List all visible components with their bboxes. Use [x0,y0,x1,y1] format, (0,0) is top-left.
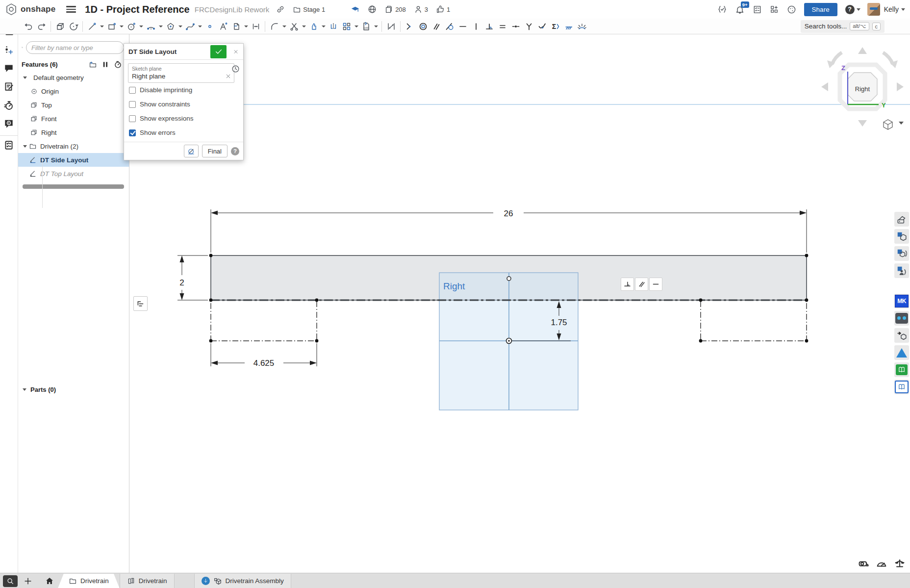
tree-item-drivetrain-folder[interactable]: Drivetrain (2) [18,139,129,153]
tree-horizontal-scrollbar[interactable] [23,184,124,189]
tool-fillet-icon[interactable] [268,20,281,33]
constraint-equal-icon[interactable] [496,20,509,33]
filter-input[interactable] [26,41,124,54]
robot-library-icon[interactable] [894,311,909,326]
tasks-button[interactable] [753,5,762,14]
constraint-curvature-icon[interactable] [575,20,588,33]
tool-linear-pattern-icon[interactable] [340,20,353,33]
tool-arc-icon[interactable] [144,20,157,33]
constraint-horizontal-icon[interactable] [456,20,469,33]
caret-down-icon[interactable] [22,388,27,391]
tool-polygon-icon[interactable] [164,20,177,33]
tool-offset-icon[interactable] [307,20,320,33]
rotate-down-arrow[interactable] [858,120,867,127]
tool-use-project-icon[interactable] [229,20,243,33]
caret-down-icon[interactable] [22,145,28,148]
checkbox-checked[interactable] [129,129,136,136]
tool-measure-icon[interactable] [384,20,398,33]
parallel-constraint-button[interactable] [635,278,648,291]
copies-stat[interactable]: 208 [384,5,406,14]
filter-funnel-icon[interactable] [22,43,23,52]
user-menu-caret-icon[interactable] [901,8,905,11]
view-mode-button[interactable] [884,120,904,129]
mass-properties-icon[interactable] [893,557,906,570]
blue-manual-icon[interactable] [894,380,909,394]
checkbox-show-errors[interactable]: Show errors [129,126,239,140]
derived-cube-icon[interactable] [894,328,909,343]
constraint-normal-icon[interactable] [522,20,535,33]
tree-item-dt-side-layout[interactable]: DT Side Layout [18,153,129,167]
tool-revolve-icon[interactable] [67,20,80,33]
chevron-down-icon[interactable] [373,20,379,33]
comments-icon[interactable] [2,61,16,75]
featurescript-cube-icon[interactable] [894,229,909,244]
share-button[interactable]: Share [804,3,837,16]
user-name[interactable]: Kelly [884,5,899,13]
dialog-help-icon[interactable]: ? [231,147,239,155]
checkbox-unchecked[interactable] [129,101,136,108]
tool-move-icon[interactable] [249,20,262,33]
cancel-button[interactable] [230,46,241,57]
triangle-library-icon[interactable] [894,345,909,360]
chevron-down-icon[interactable] [138,20,144,33]
performance-icon[interactable] [2,99,16,112]
public-globe-icon[interactable] [368,5,377,14]
constraint-pierce-icon[interactable] [535,20,549,33]
tool-text-icon[interactable] [216,20,229,33]
green-manual-icon[interactable] [894,362,909,377]
tree-item-front-plane[interactable]: Front [18,112,129,126]
constraint-coincident-icon[interactable] [403,20,416,33]
perpendicular-constraint-button[interactable] [621,278,634,291]
panel-flyout-toggle[interactable] [133,296,148,311]
sketch-preview-button[interactable] [184,145,199,157]
tool-circle-icon[interactable] [125,20,138,33]
help-button[interactable]: ? [845,5,860,14]
education-cap-icon[interactable] [351,5,360,14]
tab-drivetrain-assembly[interactable]: Drivetrain Assembly [194,574,291,588]
tape-measure-icon[interactable] [857,557,870,570]
document-title[interactable]: 1D - Project Reference [85,4,189,15]
user-avatar[interactable] [867,3,880,16]
dim-overall-length-value[interactable]: 26 [504,209,513,218]
featurescript-cube-brackets-icon[interactable] [894,246,909,261]
tool-spline-icon[interactable] [183,20,197,33]
view-cube[interactable]: Right Z Y [821,47,904,127]
rotate-left-arrow[interactable] [821,82,828,91]
accept-button[interactable] [210,45,227,58]
constraint-midpoint-icon[interactable] [509,20,522,33]
tree-item-top-plane[interactable]: Top [18,98,129,112]
undo-button[interactable] [22,20,35,33]
checkbox-show-constraints[interactable]: Show constraints [129,97,239,111]
constraint-perpendicular-icon[interactable] [482,20,496,33]
tree-item-right-plane[interactable]: Right [18,126,129,139]
notes-icon[interactable] [2,79,16,93]
suppress-pause-icon[interactable] [102,60,109,69]
constraint-fix-icon[interactable] [562,20,575,33]
protractor-icon[interactable] [875,557,888,570]
tool-extrude-icon[interactable] [53,20,67,33]
checkbox-show-expressions[interactable]: Show expressions [129,111,239,126]
chevron-down-icon[interactable] [353,20,359,33]
chevron-down-icon[interactable] [301,20,307,33]
capture-thumbnail-button[interactable] [3,575,18,587]
tab-drivetrain-partstudio[interactable]: Drivetrain [120,574,175,588]
constraint-parallel-icon[interactable] [430,20,443,33]
chevron-down-icon[interactable] [243,20,249,33]
new-tab-button[interactable] [21,574,35,588]
notifications-button[interactable]: 9+ [735,4,745,14]
tool-trim-icon[interactable] [287,20,301,33]
dim-drop-offset-value[interactable]: 1.75 [551,318,567,327]
dim-rail-height-value[interactable]: 2 [179,278,184,287]
chevron-down-icon[interactable] [281,20,287,33]
chevron-down-icon[interactable] [118,20,125,33]
chevron-down-icon[interactable] [177,20,183,33]
onshape-logo-text[interactable]: onshape [21,4,55,14]
constraint-vertical-icon[interactable] [469,20,482,33]
clear-selection-icon[interactable] [226,74,231,79]
chevron-down-icon[interactable] [197,20,203,33]
tree-item-origin[interactable]: Origin [18,84,129,98]
apps-button[interactable] [770,5,779,14]
chevron-down-icon[interactable] [99,20,105,33]
final-button[interactable]: Final [202,145,228,157]
constraint-tangent-icon[interactable] [443,20,456,33]
